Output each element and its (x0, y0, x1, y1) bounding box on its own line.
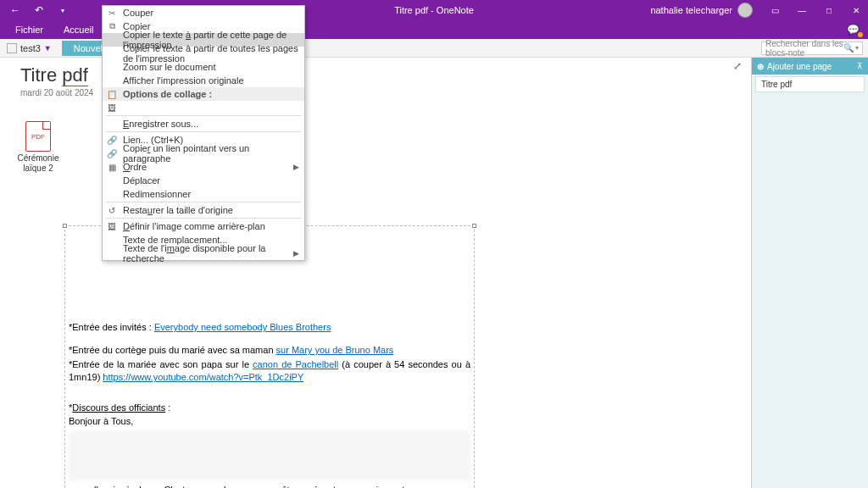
notification-dot (858, 32, 863, 37)
page-title-underlined: pdf (62, 64, 88, 86)
plus-icon: ⊕ (757, 62, 764, 71)
resize-handle[interactable] (63, 224, 67, 228)
ctx-zoom[interactable]: Zoom sur le document (103, 60, 304, 74)
maximize-icon[interactable]: □ (817, 1, 841, 19)
link[interactable]: https://www.youtube.com/watch?v=Ptk_1Dc2… (103, 372, 303, 382)
search-input[interactable]: Rechercher dans les blocs-note 🔍 ▾ (761, 42, 863, 55)
ctx-label: Enregistrer sous... (123, 119, 198, 129)
back-icon[interactable]: ← (7, 2, 24, 19)
copy-icon: ⧉ (106, 21, 118, 31)
ctx-label: Afficher l'impression originale (123, 75, 244, 86)
text-underlined: Discours des officiants (72, 402, 165, 413)
pin-icon[interactable]: ⊼ (857, 62, 863, 70)
notebook-icon (7, 43, 17, 53)
notebook-name: test3 (20, 43, 41, 53)
ctx-paste-options-header: 📋Options de collage : (103, 87, 304, 101)
pdf-icon: PDF (25, 121, 51, 152)
notebook-selector[interactable]: test3 ▼ (0, 43, 58, 53)
qat-dropdown-icon[interactable]: ▾ (54, 2, 71, 19)
text: *Entrée de la mariée avec son papa sur l… (69, 359, 253, 369)
ctx-order[interactable]: ▦Ordre▶ (103, 160, 304, 174)
page-title-text: Titre (20, 64, 62, 86)
link[interactable]: Everybody need somebody Blues Brothers (154, 322, 331, 332)
page-list-pane: ⤢ ⊕ Ajouter une page ⊼ Titre pdf (751, 58, 868, 488)
avatar (737, 3, 753, 18)
restore-icon: ↺ (106, 206, 118, 215)
link-icon: 🔗 (106, 149, 118, 158)
add-page-button[interactable]: ⊕ Ajouter une page ⊼ (752, 58, 868, 75)
close-icon[interactable]: ✕ (844, 1, 868, 19)
add-page-label: Ajouter une page (767, 62, 832, 71)
ctx-move[interactable]: Déplacer (103, 174, 304, 187)
ctx-label: Déplacer (123, 175, 160, 186)
ctx-save-as[interactable]: Enregistrer sous... (103, 117, 304, 130)
ctx-label: Définir l'image comme arrière-plan (123, 221, 265, 231)
submenu-arrow-icon: ▶ (293, 163, 299, 171)
user-name: nathalie telecharger (650, 5, 732, 15)
context-menu: ✂Couper ⧉Copier Copier le texte à partir… (102, 5, 305, 261)
ctx-label: Couper (123, 8, 153, 18)
text: *Entrée du cortège puis du marié avec sa… (69, 345, 276, 355)
ctx-copy-all-text[interactable]: Copier le texte à partir de toutes les p… (103, 47, 304, 60)
ctx-cut[interactable]: ✂Couper (103, 6, 304, 19)
paste-option-icon: 🖼 (106, 103, 118, 113)
separator (106, 218, 301, 219)
cut-icon: ✂ (106, 8, 118, 18)
ctx-set-background[interactable]: 🖼Définir l'image comme arrière-plan (103, 219, 304, 233)
search-placeholder: Rechercher dans les blocs-note (765, 39, 843, 58)
ctx-label: Texte de l'image disponible pour la rech… (123, 243, 293, 263)
text: Bonjour à Tous, (69, 415, 470, 428)
image-icon: 🖼 (106, 222, 118, 231)
attachment-label: Cérémonie laïque 2 (17, 153, 59, 174)
tab-fichier[interactable]: Fichier (5, 21, 53, 38)
page-date: mardi 20 août 2024 (20, 88, 93, 97)
search-dropdown-icon: ▾ (855, 44, 859, 52)
text: : (165, 402, 170, 413)
ctx-show-original[interactable]: Afficher l'impression originale (103, 74, 304, 87)
submenu-arrow-icon: ▶ (293, 249, 299, 258)
search-icon: 🔍 (843, 43, 854, 53)
ctx-label: Redimensionner (123, 189, 191, 199)
user-area[interactable]: nathalie telecharger (650, 3, 760, 18)
separator (106, 115, 301, 116)
ctx-searchable-text[interactable]: Texte de l'image disponible pour la rech… (103, 247, 304, 260)
link[interactable]: canon de Pachelbell (253, 359, 338, 369)
minimize-icon[interactable]: — (790, 1, 814, 19)
chevron-down-icon: ▼ (44, 44, 52, 53)
redacted-block (69, 431, 470, 480)
resize-handle[interactable] (472, 224, 476, 228)
page-list-item[interactable]: Titre pdf (755, 76, 865, 92)
undo-icon[interactable]: ↶ (31, 2, 47, 19)
separator (106, 202, 301, 202)
ctx-label: Options de collage : (123, 89, 212, 99)
printout-text: *Entrée des invités : Everybody need som… (65, 226, 474, 488)
text: nouvelle vie à deux. C'est pour cela que… (69, 484, 470, 488)
ctx-label: Restaurer la taille d'origine (123, 205, 233, 215)
link-icon: 🔗 (106, 136, 118, 145)
ribbon-options-icon[interactable]: ▭ (763, 1, 787, 19)
printout-container[interactable]: *Entrée des invités : Everybody need som… (64, 225, 475, 488)
ctx-label: Zoom sur le document (123, 62, 215, 72)
ctx-paste-option[interactable]: 🖼 (103, 101, 304, 114)
ctx-label: Ordre (123, 162, 147, 172)
separator (106, 131, 301, 132)
ctx-resize[interactable]: Redimensionner (103, 187, 304, 201)
ctx-restore-size[interactable]: ↺Restaurer la taille d'origine (103, 203, 304, 217)
tab-accueil[interactable]: Accueil (53, 21, 103, 38)
expand-icon[interactable]: ⤢ (733, 60, 742, 72)
ctx-copy-paragraph-link[interactable]: 🔗Copier un lien pointant vers un paragra… (103, 147, 304, 160)
text: *Entrée des invités : (69, 322, 154, 332)
order-icon: ▦ (106, 163, 118, 172)
window-title: Titre pdf - OneNote (394, 5, 474, 15)
link[interactable]: sur Mary you de Bruno Mars (276, 345, 394, 355)
paste-icon: 📋 (106, 90, 118, 99)
